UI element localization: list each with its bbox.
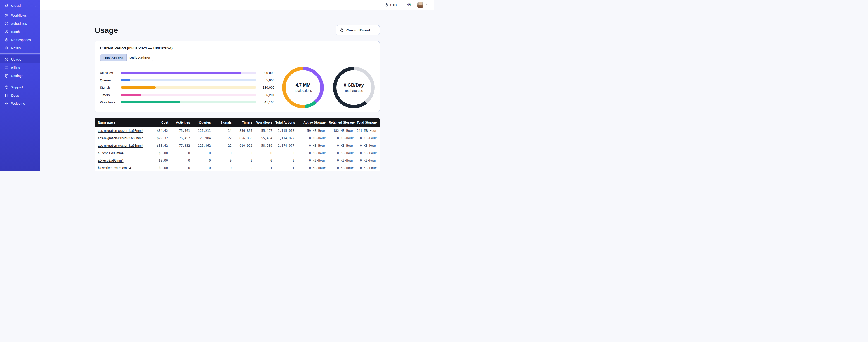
table-row: a0-test-1.a98mm4$0.000000000 KB-Hour0 KB… [95, 149, 380, 157]
cell-total-actions: 1 [275, 164, 298, 171]
period-selector-label: Current Period [346, 28, 370, 32]
bar-track [121, 94, 256, 96]
user-menu[interactable] [417, 2, 429, 8]
column-header-queries: Queries [193, 118, 214, 127]
column-header-namespace: Namespace [95, 118, 145, 127]
sidebar-item-label: Welcome [11, 102, 25, 105]
table-row: abs-migration-cluster-2.a98mm4$29.3275,4… [95, 134, 380, 142]
cell-total-storage: 0 KB-Hour [357, 164, 380, 171]
cell-queries: 127,211 [193, 127, 214, 134]
namespace-link[interactable]: bk-worker-test.a98mm4 [98, 166, 131, 170]
glasses-button[interactable] [407, 2, 412, 8]
bar-label: Workflows [100, 100, 121, 104]
donut-label: Total Storage [344, 89, 363, 93]
column-header-retained-storage: Retained Storage [329, 118, 357, 127]
cell-workflows: 1 [255, 164, 275, 171]
clock-icon [384, 3, 389, 7]
bar-fill [121, 79, 130, 81]
cell-total-actions: 1,115,018 [275, 127, 298, 134]
usage-bar-signals: Signals130,000 [100, 84, 275, 91]
period-selector-button[interactable]: Current Period [336, 25, 380, 35]
sidebar-item-namespaces[interactable]: Namespaces [0, 36, 40, 44]
namespaces-icon [5, 38, 8, 42]
cell-active-storage: 0 KB-Hour [298, 142, 329, 149]
cell-timers: 0 [235, 157, 255, 164]
sidebar-item-usage[interactable]: Usage [0, 55, 40, 63]
sidebar-item-workflows[interactable]: Workflows [0, 11, 40, 20]
tab-daily-actions[interactable]: Daily Actions [126, 55, 153, 61]
cell-active-storage: 0 KB-Hour [298, 164, 329, 171]
bar-label: Signals [100, 86, 121, 89]
donut-total-actions: 4.7 MMTotal Actions [282, 67, 324, 108]
stopwatch-icon [340, 28, 344, 32]
batch-icon [5, 30, 8, 34]
cell-cost: $0.00 [145, 149, 172, 157]
cell-cost: $38.42 [145, 142, 172, 149]
sidebar-item-batch[interactable]: Batch [0, 28, 40, 36]
sidebar-item-docs[interactable]: Docs [0, 91, 40, 99]
current-period-panel: Current Period (09/01/2024 — 10/01/2024)… [95, 41, 380, 112]
sidebar-item-settings[interactable]: Settings [0, 71, 40, 80]
temporal-logo-icon [5, 3, 9, 7]
bar-value: 85,201 [256, 93, 275, 97]
bar-value: 5,000 [256, 78, 275, 82]
bar-fill [121, 72, 241, 74]
cell-workflows: 55,427 [255, 127, 275, 134]
namespace-link[interactable]: abs-migration-cluster-3.a98mm4 [98, 144, 144, 147]
panel-title: Current Period (09/01/2024 — 10/01/2024) [100, 46, 375, 50]
bar-value: 541,109 [256, 100, 275, 104]
cell-timers: 0 [235, 164, 255, 171]
panel-body: Activities900,000Queries5,000Signals130,… [100, 67, 375, 108]
cell-activities: 0 [172, 149, 193, 157]
usage-icon [5, 58, 8, 61]
timezone-selector[interactable]: UTC [384, 3, 401, 7]
cell-signals: 0 [214, 149, 235, 157]
cell-signals: 0 [214, 157, 235, 164]
cell-cost: $0.00 [145, 157, 172, 164]
content: Usage Current Period Current Period (09/… [95, 10, 380, 171]
column-header-total-actions: Total Actions [275, 118, 298, 127]
chevron-down-icon [426, 3, 429, 6]
table-header-row: NamespaceCostActivitiesQueriesSignalsTim… [95, 118, 380, 127]
cell-timers: 910,922 [235, 142, 255, 149]
main-area: UTC Usage Current Period Current Period … [40, 0, 434, 171]
nexus-icon [5, 46, 8, 50]
namespace-link[interactable]: a0-test-2.a98mm4 [98, 159, 124, 162]
sidebar-item-schedules[interactable]: Schedules [0, 20, 40, 28]
cell-retained-storage: 0 KB-Hour [329, 134, 357, 142]
bar-value: 900,000 [256, 71, 275, 75]
cell-retained-storage: 0 KB-Hour [329, 142, 357, 149]
column-header-signals: Signals [214, 118, 235, 127]
docs-icon [5, 93, 8, 97]
donut-center: 0 GB/DayTotal Storage [336, 70, 371, 105]
usage-bar-queries: Queries5,000 [100, 76, 275, 84]
cell-total-actions: 1,174,077 [275, 142, 298, 149]
cell-signals: 14 [214, 127, 235, 134]
cell-total-actions: 0 [275, 149, 298, 157]
sidebar-item-billing[interactable]: Billing [0, 63, 40, 71]
column-header-active-storage: Active Storage [298, 118, 329, 127]
tab-total-actions[interactable]: Total Actions [100, 55, 126, 61]
chevron-down-icon [373, 29, 376, 32]
sidebar-item-nexus[interactable]: Nexus [0, 44, 40, 52]
sidebar-item-welcome[interactable]: Welcome [0, 99, 40, 107]
billing-icon [5, 66, 8, 69]
cell-workflows: 0 [255, 149, 275, 157]
bar-fill [121, 94, 141, 96]
sidebar-section: UsageBillingSettings [0, 54, 40, 81]
namespace-link[interactable]: abs-migration-cluster-2.a98mm4 [98, 136, 144, 140]
cell-queries: 0 [193, 164, 214, 171]
namespace-link[interactable]: a0-test-1.a98mm4 [98, 151, 124, 155]
sidebar-item-support[interactable]: Support [0, 83, 40, 91]
cell-cost: $0.00 [145, 164, 172, 171]
cell-signals: 0 [214, 164, 235, 171]
namespace-link[interactable]: abs-migration-cluster-1.a98mm4 [98, 129, 144, 132]
column-header-activities: Activities [172, 118, 193, 127]
bar-fill [121, 87, 156, 89]
column-header-timers: Timers [235, 118, 255, 127]
sidebar-collapse-button[interactable] [34, 4, 37, 7]
sidebar: Cloud WorkflowsSchedulesBatchNamespacesN… [0, 0, 40, 171]
cell-activities: 77,332 [172, 142, 193, 149]
cell-total-storage: 241 MB-Hour [357, 127, 380, 134]
cell-total-storage: 0 KB-Hour [357, 142, 380, 149]
